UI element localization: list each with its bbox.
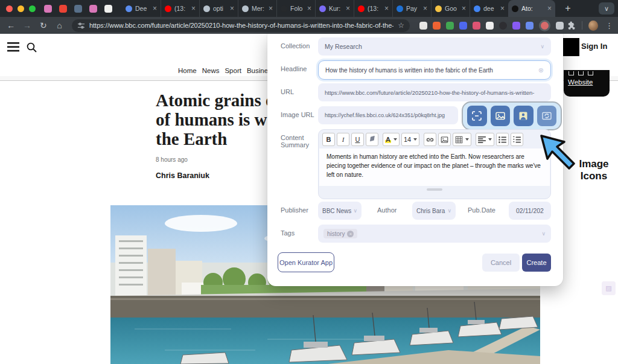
tag-chip[interactable]: history × [323, 229, 357, 238]
open-kurator-app-button[interactable]: Open Kurator App [278, 252, 334, 272]
tab-pay[interactable]: Pay× [392, 0, 431, 17]
pinned-tab-pink-app-a[interactable] [44, 5, 52, 13]
address-bar[interactable]: https://www.bbc.com/future/article/20250… [72, 19, 410, 32]
back-button[interactable]: ← [5, 21, 18, 30]
pinned-tab-pink-app-b[interactable] [89, 5, 97, 13]
content-summary-text[interactable]: Moments in human history are etched into… [319, 148, 550, 186]
forward-button[interactable]: → [21, 21, 34, 30]
camera-icon[interactable] [569, 71, 574, 75]
window-zoom-button[interactable] [29, 5, 36, 12]
pub-date-input[interactable]: 02/11/202 [509, 202, 551, 220]
bbc-nav-home[interactable]: Home [178, 67, 197, 74]
italic-button[interactable]: I [337, 133, 349, 146]
insert-link-button[interactable] [424, 133, 436, 146]
window-minimize-button[interactable] [18, 5, 24, 12]
tab-goo[interactable]: Goo× [431, 0, 470, 17]
image-url-input[interactable]: https://ychef.files.bbci.co.uk/624x351/p… [318, 106, 458, 124]
window-close-button[interactable] [6, 5, 13, 12]
image-capture-button[interactable] [467, 106, 487, 126]
collection-select[interactable]: My Research ∨ [318, 37, 551, 56]
align-button[interactable] [476, 133, 494, 146]
screenshot-icon[interactable] [578, 71, 584, 75]
image-url-value: https://ychef.files.bbci.co.uk/624x351/p… [325, 112, 445, 118]
bullet-list-icon [499, 136, 506, 143]
remove-tag-icon[interactable]: × [347, 231, 354, 237]
resize-handle[interactable] [427, 188, 442, 191]
extension-puzzle-icon[interactable] [556, 22, 564, 30]
tab-close-icon[interactable]: × [547, 4, 552, 13]
hamburger-menu-icon[interactable] [7, 42, 19, 52]
tab-search-button[interactable]: ∨ [599, 2, 614, 14]
extension-purple-m-icon[interactable] [512, 22, 520, 30]
bold-button[interactable]: B [322, 133, 335, 146]
tab-kur[interactable]: Kur:× [315, 0, 354, 17]
sign-in-button[interactable]: Sign In [581, 42, 607, 51]
new-tab-button[interactable]: + [561, 3, 575, 14]
insert-table-button[interactable] [453, 133, 471, 146]
tab-dee[interactable]: Dee× [122, 0, 161, 17]
browser-menu-icon[interactable]: ⋮ [605, 21, 613, 30]
tab-close-icon[interactable]: × [307, 4, 311, 13]
tab-title: (13: [174, 5, 188, 12]
search-icon[interactable] [27, 42, 37, 53]
extension-dark-circle-icon[interactable] [499, 22, 507, 30]
tab-13[interactable]: (13:× [161, 0, 199, 17]
reload-button[interactable]: ↻ [37, 21, 49, 30]
extension-blue-docs-icon[interactable] [526, 22, 534, 30]
bookmark-star-icon[interactable]: ☆ [398, 21, 404, 30]
image-upload-button[interactable] [514, 106, 534, 126]
tab-13[interactable]: (13:× [354, 0, 392, 17]
tab-close-icon[interactable]: × [230, 4, 234, 13]
tab-close-icon[interactable]: × [191, 4, 196, 13]
author-select[interactable]: Chris Bara∨ [412, 202, 456, 220]
extension-google-colors-icon[interactable] [446, 22, 454, 30]
tab-folo[interactable]: Folo× [276, 0, 315, 17]
bbc-nav-sport[interactable]: Sport [225, 67, 241, 74]
content-summary-editor: B I U A 14 [318, 129, 551, 199]
tags-input[interactable]: history × ∨ [318, 225, 551, 243]
address-url[interactable]: https://www.bbc.com/future/article/20250… [89, 22, 393, 29]
tab-close-icon[interactable]: × [384, 4, 389, 13]
extension-notion-icon[interactable] [419, 22, 427, 30]
insert-image-button[interactable] [438, 133, 451, 146]
pinned-tab-notion[interactable] [104, 5, 112, 13]
extension-white-triangle-icon[interactable] [486, 22, 494, 30]
tab-opti[interactable]: opti× [199, 0, 238, 17]
tab-close-icon[interactable]: × [346, 4, 350, 13]
profile-avatar[interactable] [588, 21, 598, 31]
chevron-down-icon: ∨ [540, 43, 544, 49]
headline-input[interactable]: How the history of humans is written int… [318, 60, 551, 80]
extensions-puzzle-icon[interactable] [567, 21, 576, 30]
underline-button[interactable]: U [351, 133, 364, 146]
tab-close-icon[interactable]: × [269, 4, 273, 13]
home-button[interactable]: ⌂ [53, 21, 66, 30]
font-color-button[interactable]: A [383, 133, 400, 146]
tab-close-icon[interactable]: × [423, 4, 427, 13]
url-input[interactable]: https://www.bbc.com/future/article/20250… [318, 83, 551, 101]
pinned-tab-gmail[interactable] [59, 5, 67, 13]
window-icon[interactable] [588, 71, 593, 75]
ordered-list-button[interactable] [511, 133, 523, 146]
tab-mer[interactable]: Mer:× [238, 0, 276, 17]
extension-kurator-active-icon[interactable] [541, 22, 549, 30]
bullet-list-button[interactable] [496, 133, 509, 146]
clear-field-icon[interactable]: ⊗ [538, 66, 544, 74]
cancel-button[interactable]: Cancel [482, 254, 520, 272]
publisher-select[interactable]: BBC News∨ [318, 202, 362, 220]
bbc-nav-news[interactable]: News [202, 67, 220, 74]
image-gallery-button[interactable] [491, 106, 511, 126]
tab-close-icon[interactable]: × [500, 4, 505, 13]
extension-blue-shape-icon[interactable] [459, 22, 467, 30]
image-refresh-button[interactable] [537, 106, 557, 126]
pinned-tab-dark-app[interactable] [74, 5, 82, 13]
font-size-button[interactable]: 14 [401, 133, 419, 146]
tab-close-icon[interactable]: × [153, 4, 157, 13]
clear-format-button[interactable] [366, 133, 378, 146]
tab-ato[interactable]: Ato:× [508, 0, 555, 17]
tab-dee[interactable]: dee× [470, 0, 508, 17]
create-button[interactable]: Create [522, 254, 551, 272]
tab-close-icon[interactable]: × [462, 4, 466, 13]
extension-heart-shield-icon[interactable] [473, 22, 480, 30]
tune-icon[interactable] [77, 22, 85, 30]
extension-orange-app-icon[interactable] [433, 22, 441, 30]
